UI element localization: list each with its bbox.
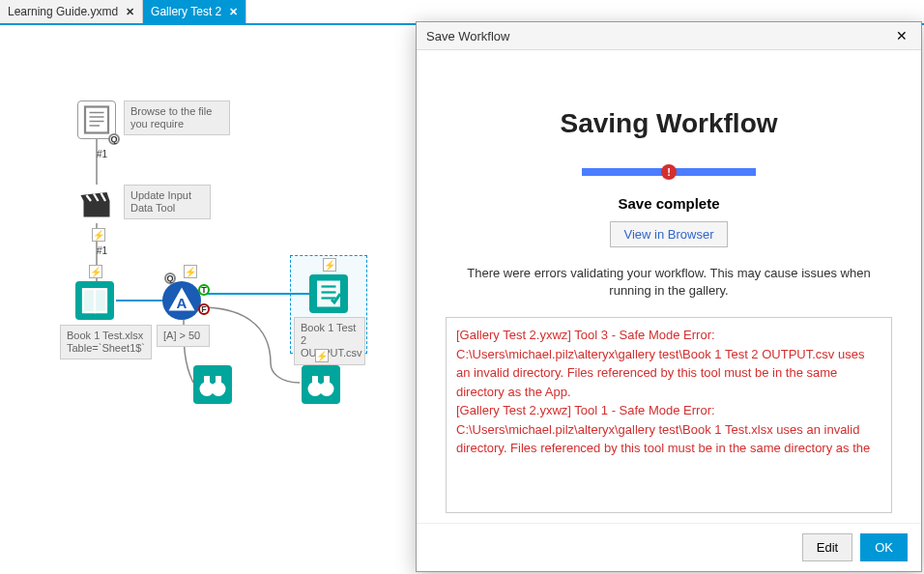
update-input-tool[interactable] [77, 185, 116, 223]
dialog-heading: Saving Workflow [446, 108, 892, 139]
close-icon[interactable]: ✕ [126, 6, 134, 18]
dialog-body: Saving Workflow ! Save complete View in … [417, 50, 921, 523]
lightning-icon: ⚡ [92, 228, 105, 242]
anchor-false-icon: F [198, 303, 210, 315]
tab-learning-guide[interactable]: Learning Guide.yxmd ✕ [0, 0, 143, 23]
progress-bar: ! [446, 168, 892, 176]
alert-icon: ! [661, 164, 677, 180]
anchor-q-icon: Q [164, 273, 176, 284]
browse-tool-2[interactable] [302, 365, 340, 404]
anchor-label-2: #1 [97, 245, 107, 256]
anchor-q-icon: Q [108, 133, 120, 145]
lightning-icon: ⚡ [315, 349, 329, 362]
anchor-label-1: #1 [97, 149, 107, 159]
svg-rect-0 [85, 107, 108, 133]
svg-rect-5 [84, 201, 110, 217]
filter-label: [A] > 50 [157, 325, 210, 347]
error-line: [Gallery Test 2.yxwz] Tool 1 - Safe Mode… [456, 401, 881, 458]
validation-message: There were errors validating your workfl… [446, 265, 892, 300]
dialog-header: Save Workflow ✕ [417, 22, 921, 50]
save-status: Save complete [446, 195, 892, 212]
file-browse-caption: Browse to the file you require [124, 100, 230, 135]
tab-gallery-test-2[interactable]: Gallery Test 2 ✕ [143, 0, 246, 23]
close-icon[interactable]: ✕ [229, 6, 238, 18]
lightning-icon: ⚡ [323, 258, 336, 272]
update-input-caption: Update Input Data Tool [124, 185, 211, 219]
svg-text:A: A [177, 295, 188, 311]
svg-rect-18 [204, 376, 210, 385]
tab-label: Learning Guide.yxmd [8, 5, 118, 18]
edit-button[interactable]: Edit [802, 533, 852, 561]
error-line: [Gallery Test 2.yxwz] Tool 3 - Safe Mode… [456, 326, 881, 401]
anchor-true-icon: T [198, 284, 210, 296]
ok-button[interactable]: OK [860, 533, 908, 561]
filter-tool[interactable]: A [162, 281, 201, 320]
input-data-label: Book 1 Test.xlsx Table=`Sheet1$` [60, 325, 152, 359]
svg-rect-19 [216, 376, 221, 385]
error-panel[interactable]: [Gallery Test 2.yxwz] Tool 3 - Safe Mode… [446, 317, 892, 513]
close-icon[interactable]: ✕ [892, 28, 911, 43]
dialog-footer: Edit OK [417, 523, 921, 571]
svg-rect-22 [312, 376, 318, 385]
save-workflow-dialog: Save Workflow ✕ Saving Workflow ! Save c… [416, 21, 922, 572]
svg-rect-23 [324, 376, 330, 385]
input-data-tool[interactable] [75, 281, 114, 320]
lightning-icon: ⚡ [89, 265, 102, 278]
lightning-icon: ⚡ [184, 265, 197, 278]
browse-tool-1[interactable] [193, 365, 232, 404]
svg-rect-12 [317, 281, 340, 307]
view-in-browser-button[interactable]: View in Browser [610, 221, 729, 247]
dialog-title: Save Workflow [426, 29, 509, 43]
output-data-label: Book 1 Test 2 OUTPUT.csv [294, 317, 365, 365]
tab-label: Gallery Test 2 [151, 5, 221, 18]
output-data-tool[interactable] [309, 274, 348, 313]
